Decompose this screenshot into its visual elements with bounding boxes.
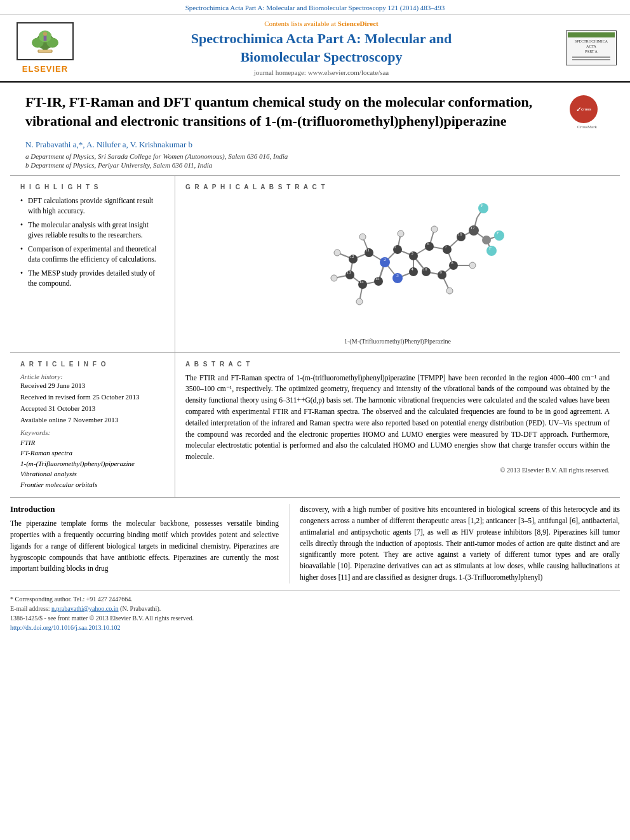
journal-center-block: Contents lists available at ScienceDirec…	[80, 20, 563, 76]
received-date: Received 29 June 2013	[20, 382, 164, 389]
svg-point-71	[478, 203, 488, 213]
abstract-title: A B S T R A C T	[185, 361, 610, 368]
crossmark-label: CrossMark	[570, 124, 605, 130]
elsevier-logo-block: ELSEVIER	[10, 22, 80, 74]
science-direct-label[interactable]: ScienceDirect	[338, 20, 379, 27]
svg-point-70	[486, 246, 497, 256]
svg-point-64	[446, 288, 453, 294]
svg-point-68	[356, 298, 363, 305]
svg-text:9: 9	[439, 270, 442, 275]
highlight-item-3: Comparison of experimental and theoretic…	[20, 244, 164, 264]
article-info-abstract-section: A R T I C L E I N F O Article history: R…	[10, 353, 620, 498]
molecule-svg: 1 2 3 4 5 6 7 8 9 10 11 12 13 14 15 16 1…	[277, 199, 518, 332]
crossmark-icon: ✓cross	[570, 95, 598, 123]
journal-header: ELSEVIER Contents lists available at Sci…	[0, 15, 630, 83]
svg-point-62	[431, 226, 438, 232]
copyright-line: © 2013 Elsevier B.V. All rights reserved…	[185, 467, 610, 474]
svg-text:F: F	[497, 230, 499, 236]
svg-point-61	[398, 230, 404, 237]
svg-text:6: 6	[427, 241, 429, 246]
molecule-caption: 1-(M-(Trifluoromethyl)Phenyl)Piperazine	[185, 338, 610, 345]
svg-text:11: 11	[366, 248, 370, 253]
highlight-item-4: The MESP study provides detailed study o…	[20, 268, 164, 288]
journal-right-logo: SPECTROCHIMICAACTAPART A	[563, 30, 620, 65]
footnote-issn: 1386-1425/$ - see front matter © 2013 El…	[10, 613, 620, 623]
svg-text:10: 10	[423, 267, 428, 272]
svg-text:2: 2	[384, 257, 386, 262]
authors-line: N. Prabavathi a,*, A. Nilufer a, V. Kris…	[25, 140, 561, 150]
svg-text:5: 5	[411, 251, 413, 256]
svg-text:16: 16	[458, 232, 463, 237]
intro-right-col: discovery, with a high number of positiv…	[290, 504, 620, 583]
logo-text-lines: SPECTROCHIMICAACTAPART A	[572, 39, 610, 64]
keyword-3: 1-(m-(Trifluoromethyl)phenyl)piperazine	[20, 458, 164, 469]
journal-homepage[interactable]: journal homepage: www.elsevier.com/locat…	[86, 69, 556, 76]
svg-text:F: F	[481, 203, 483, 208]
svg-text:14: 14	[359, 279, 365, 284]
abstract-column: A B S T R A C T The FTIR and FT-Raman sp…	[175, 353, 620, 498]
intro-right-text: discovery, with a high number of positiv…	[300, 504, 620, 583]
svg-point-50	[443, 245, 452, 254]
svg-point-47	[409, 251, 418, 260]
svg-text:3: 3	[396, 273, 399, 278]
article-title: FT-IR, FT-Raman and DFT quantum chemical…	[25, 93, 561, 130]
footnote-doi: http://dx.doi.org/10.1016/j.saa.2013.10.…	[10, 623, 620, 632]
svg-text:1: 1	[394, 244, 396, 250]
article-info-column: A R T I C L E I N F O Article history: R…	[10, 353, 175, 498]
contents-label: Contents lists available at	[264, 20, 336, 27]
svg-text:8: 8	[451, 260, 453, 265]
highlights-column: H I G H L I G H T S DFT calculations pro…	[10, 176, 175, 352]
highlights-title: H I G H L I G H T S	[20, 183, 164, 190]
elsevier-logo-box	[17, 22, 74, 60]
article-info-title: A R T I C L E I N F O	[20, 361, 164, 368]
svg-point-66	[334, 250, 340, 256]
molecule-image: 1 2 3 4 5 6 7 8 9 10 11 12 13 14 15 16 1…	[185, 196, 610, 335]
svg-text:4: 4	[411, 267, 413, 272]
svg-text:13: 13	[347, 270, 352, 275]
svg-point-72	[482, 236, 491, 244]
available-date: Available online 7 November 2013	[20, 416, 164, 423]
svg-rect-8	[39, 50, 51, 52]
graphical-abstract-title: G R A P H I C A L A B S T R A C T	[185, 183, 610, 190]
accepted-date: Accepted 31 October 2013	[20, 404, 164, 412]
keyword-1: FTIR	[20, 437, 164, 448]
graphical-abstract-column: G R A P H I C A L A B S T R A C T	[175, 176, 620, 352]
footnote-email: E-mail address: n.prabavathi@yahoo.co.in…	[10, 604, 620, 613]
svg-rect-11	[277, 199, 518, 332]
article-header: FT-IR, FT-Raman and DFT quantum chemical…	[0, 83, 630, 175]
keywords-label: Keywords:	[20, 429, 164, 436]
intro-heading: Introduction	[10, 504, 279, 514]
svg-point-48	[409, 267, 418, 276]
svg-text:12: 12	[350, 254, 355, 259]
introduction-section: Introduction The piperazine template for…	[10, 498, 620, 583]
elsevier-tree-icon	[23, 28, 67, 55]
svg-point-69	[494, 230, 504, 241]
footnote-corresponding: * Corresponding author. Tel.: +91 427 24…	[10, 594, 620, 604]
logo-green-bar	[568, 32, 615, 37]
journal-logo-box: SPECTROCHIMICAACTAPART A	[566, 30, 617, 65]
keyword-5: Frontier molecular orbitals	[20, 479, 164, 490]
journal-reference-text: Spectrochimica Acta Part A: Molecular an…	[185, 4, 445, 11]
svg-point-52	[438, 270, 446, 279]
doi-link[interactable]: http://dx.doi.org/10.1016/j.saa.2013.10.…	[10, 624, 120, 631]
journal-title: Spectrochimica Acta Part A: Molecular an…	[86, 30, 556, 66]
abstract-text: The FTIR and FT-Raman spectra of 1-(m-(t…	[185, 373, 610, 463]
svg-text:15: 15	[375, 276, 380, 281]
science-direct-link[interactable]: Contents lists available at ScienceDirec…	[86, 20, 556, 27]
revised-date: Received in revised form 25 October 2013	[20, 393, 164, 401]
svg-text:17: 17	[471, 225, 476, 230]
email-link[interactable]: n.prabavathi@yahoo.co.in	[51, 605, 119, 612]
svg-text:7: 7	[445, 244, 447, 250]
history-label: Article history:	[20, 373, 164, 380]
elsevier-label: ELSEVIER	[22, 64, 68, 74]
keyword-4: Vibrational analysis	[20, 469, 164, 479]
highlights-graphical-section: H I G H L I G H T S DFT calculations pro…	[10, 175, 620, 353]
journal-reference-bar: Spectrochimica Acta Part A: Molecular an…	[0, 0, 630, 15]
svg-point-67	[331, 275, 337, 281]
intro-left-text: The piperazine template forms the molecu…	[10, 518, 279, 575]
svg-text:F: F	[489, 246, 492, 251]
highlight-item-2: The molecular analysis with great insigh…	[20, 220, 164, 240]
keyword-2: FT-Raman spectra	[20, 448, 164, 458]
svg-point-49	[425, 242, 434, 251]
intro-left-col: Introduction The piperazine template for…	[10, 504, 290, 583]
